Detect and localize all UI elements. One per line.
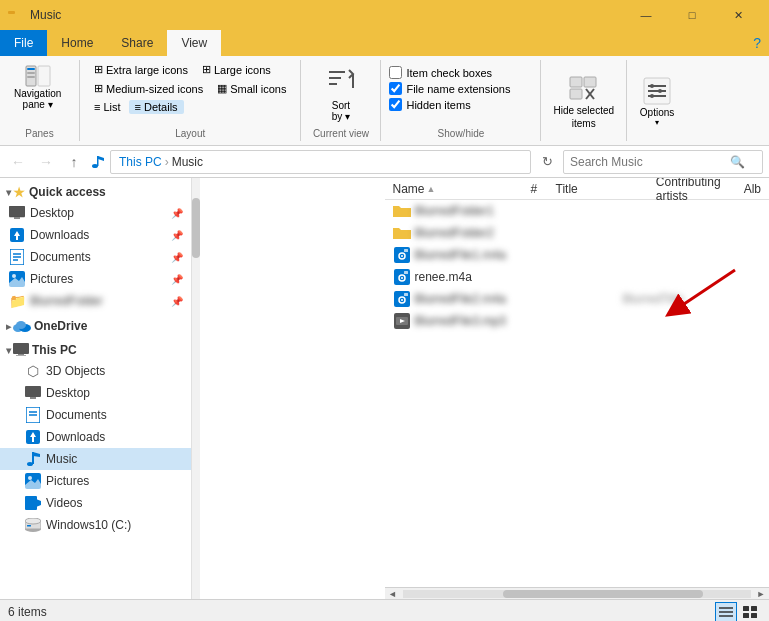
svg-rect-13: [570, 89, 582, 99]
svg-point-58: [25, 518, 41, 524]
item-checkboxes-checkbox[interactable]: [389, 66, 402, 79]
pictures-label-pc: Pictures: [46, 474, 89, 488]
options-button[interactable]: Options ▾: [635, 71, 679, 131]
forward-button[interactable]: →: [34, 150, 58, 174]
sidebar-item-documents-pc[interactable]: Documents: [0, 404, 191, 426]
tab-file[interactable]: File: [0, 30, 47, 56]
path-music[interactable]: Music: [172, 155, 203, 169]
tab-share[interactable]: Share: [107, 30, 167, 56]
path-this-pc[interactable]: This PC: [119, 155, 162, 169]
svg-point-22: [650, 94, 654, 98]
sidebar-item-downloads-pc[interactable]: Downloads: [0, 426, 191, 448]
documents-label-quick: Documents: [30, 250, 91, 264]
details-btn[interactable]: ≡ Details: [129, 100, 184, 114]
svg-rect-43: [30, 397, 36, 399]
svg-rect-54: [25, 496, 37, 510]
sidebar-item-pictures-pc[interactable]: Pictures: [0, 470, 191, 492]
col-header-album[interactable]: Alb: [744, 182, 761, 196]
tab-home[interactable]: Home: [47, 30, 107, 56]
sort-by-button[interactable]: Sortby ▾: [321, 62, 361, 126]
svg-point-70: [401, 299, 403, 301]
refresh-button[interactable]: ↻: [535, 150, 559, 174]
sidebar-item-pictures-quick[interactable]: Pictures 📌: [0, 268, 191, 290]
sidebar-item-documents-quick[interactable]: Documents 📌: [0, 246, 191, 268]
sidebar-item-3d-objects[interactable]: ⬡ 3D Objects: [0, 360, 191, 382]
h-scroll-track[interactable]: [403, 590, 752, 598]
col-header-hash[interactable]: #: [530, 182, 555, 196]
media-icon-row4: [393, 268, 411, 286]
up-button[interactable]: ↑: [62, 150, 86, 174]
folder-icon-row2: [393, 224, 411, 242]
navigation-pane-button[interactable]: Navigationpane ▾: [8, 62, 67, 112]
desktop-icon-quick: [8, 204, 26, 222]
horizontal-scrollbar[interactable]: ◄ ►: [385, 587, 770, 599]
tab-view[interactable]: View: [167, 30, 221, 56]
item-checkboxes-row[interactable]: Item check boxes: [389, 66, 492, 79]
ribbon-content: Navigationpane ▾ Panes ⊞ Extra large ico…: [0, 56, 769, 145]
table-row[interactable]: BlurredFolder1: [385, 200, 770, 222]
h-scroll-right-btn[interactable]: ►: [753, 588, 769, 600]
ribbon-group-show-hide: Item check boxes File name extensions Hi…: [381, 60, 541, 141]
extra-large-icons-btn[interactable]: ⊞ Extra large icons: [88, 62, 194, 77]
details-view-button[interactable]: [715, 602, 737, 622]
svg-rect-4: [27, 68, 35, 70]
sidebar-item-blurred-quick[interactable]: 📁 BlurredFolder 📌: [0, 290, 191, 312]
search-input[interactable]: [570, 155, 730, 169]
hidden-items-checkbox[interactable]: [389, 98, 402, 111]
sidebar-item-music-pc[interactable]: Music: [0, 448, 191, 470]
title-bar: Music — □ ✕: [0, 0, 769, 30]
sidebar-item-desktop-pc[interactable]: Desktop: [0, 382, 191, 404]
quick-access-header[interactable]: ▾ ★ Quick access: [0, 182, 191, 202]
svg-point-34: [12, 274, 16, 278]
hidden-items-label: Hidden items: [406, 99, 470, 111]
table-row[interactable]: BlurredFolder2: [385, 222, 770, 244]
close-button[interactable]: ✕: [715, 0, 761, 30]
col-title-label: Title: [556, 182, 578, 196]
sidebar-item-downloads-quick[interactable]: Downloads 📌: [0, 224, 191, 246]
large-icons-view-button[interactable]: [739, 602, 761, 622]
downloads-label-quick: Downloads: [30, 228, 89, 242]
folder-icon-row1: [393, 202, 411, 220]
title-text: Music: [30, 8, 623, 22]
hidden-items-row[interactable]: Hidden items: [389, 98, 470, 111]
table-row[interactable]: renee.m4a: [385, 266, 770, 288]
small-icons-btn[interactable]: ▦ Small icons: [211, 81, 292, 96]
this-pc-header[interactable]: ▾ This PC: [0, 340, 191, 360]
sidebar-item-desktop-quick[interactable]: Desktop 📌: [0, 202, 191, 224]
h-scroll-thumb[interactable]: [503, 590, 703, 598]
h-scroll-left-btn[interactable]: ◄: [385, 588, 401, 600]
back-button[interactable]: ←: [6, 150, 30, 174]
table-row[interactable]: BlurredFile1.m4a: [385, 244, 770, 266]
col-header-title[interactable]: Title: [556, 182, 656, 196]
help-icon[interactable]: ?: [753, 35, 761, 51]
maximize-button[interactable]: □: [669, 0, 715, 30]
medium-icons-btn[interactable]: ⊞ Medium-sized icons: [88, 81, 209, 96]
table-row[interactable]: BlurredFile3.mp3: [385, 310, 770, 332]
drive-icon: [24, 516, 42, 534]
col-header-name[interactable]: Name ▲: [393, 182, 531, 196]
large-icons-view-icon: [743, 606, 757, 618]
path-music-icon: [90, 154, 106, 170]
address-path[interactable]: This PC › Music: [110, 150, 531, 174]
sidebar-item-windows-drive[interactable]: Windows10 (C:): [0, 514, 191, 536]
sidebar-scrollbar-thumb[interactable]: [192, 198, 200, 258]
minimize-button[interactable]: —: [623, 0, 669, 30]
file-extensions-label: File name extensions: [406, 83, 510, 95]
sidebar-item-videos-pc[interactable]: Videos: [0, 492, 191, 514]
file-extensions-checkbox[interactable]: [389, 82, 402, 95]
svg-rect-25: [9, 206, 25, 217]
col-header-artist[interactable]: Contributing artists: [656, 178, 744, 203]
pin-icon-downloads: 📌: [171, 230, 183, 241]
sidebar-scrollbar[interactable]: [192, 178, 200, 599]
large-icons-btn[interactable]: ⊞ Large icons: [196, 62, 277, 77]
hide-selected-label: Hide selected items: [553, 104, 614, 130]
search-box[interactable]: 🔍: [563, 150, 763, 174]
documents-label-pc: Documents: [46, 408, 107, 422]
table-row[interactable]: BlurredFile2.m4a BlurredTitle: [385, 288, 770, 310]
onedrive-header[interactable]: ▸ OneDrive: [0, 316, 191, 336]
small-icon: ▦: [217, 82, 227, 95]
hide-selected-button[interactable]: Hide selected items: [549, 68, 618, 134]
list-btn[interactable]: ≡ List: [88, 100, 127, 114]
file-title-row5: BlurredTitle: [622, 292, 761, 306]
file-extensions-row[interactable]: File name extensions: [389, 82, 510, 95]
